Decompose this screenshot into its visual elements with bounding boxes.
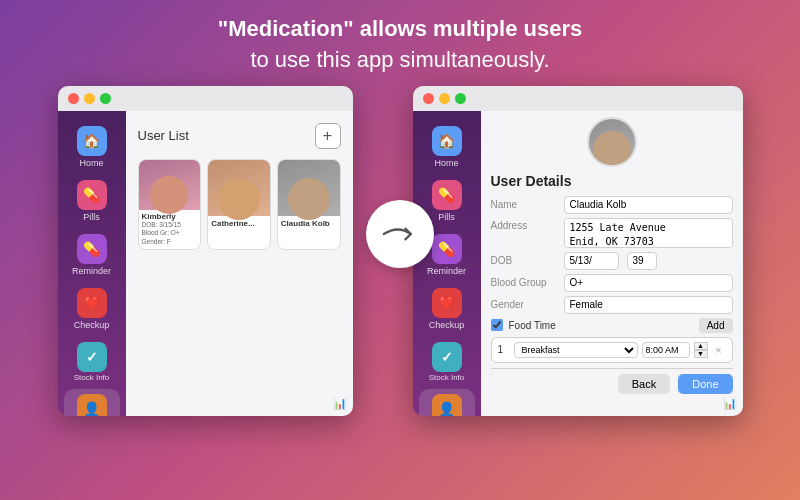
dob-row: DOB — [491, 252, 733, 270]
gender-row: Gender — [491, 296, 733, 314]
arrow-connector — [366, 200, 434, 268]
tl-green[interactable] — [100, 93, 111, 104]
stockinfo-label: Stock Info — [74, 374, 110, 383]
user-card-kimberly[interactable]: Kimberly DOB: 3/15/15Blood Gr: O+Gender:… — [138, 159, 202, 250]
reminder-label: Reminder — [72, 266, 111, 276]
divider — [491, 368, 733, 369]
blood-label: Blood Group — [491, 277, 556, 288]
add-user-button[interactable]: + — [315, 123, 341, 149]
pills-label-right: Pills — [438, 212, 455, 222]
home-label: Home — [79, 158, 103, 168]
stockinfo-icon: ✓ — [77, 342, 107, 372]
user-list-title: User List — [138, 128, 189, 143]
sidebar-item-stockinfo-left[interactable]: ✓ Stock Info — [64, 337, 120, 388]
claudia-name: Claudia Kolb — [281, 219, 337, 228]
checkup-label: Checkup — [74, 320, 110, 330]
meal-type-select[interactable]: Breakfast Lunch Dinner — [514, 342, 638, 358]
screens-container: 🏠 Home 💊 Pills 💊 Reminder ❤️ Checkup ✓ — [0, 86, 800, 416]
address-input[interactable]: 1255 Late Avenue Enid, OK 73703 — [564, 218, 733, 248]
headline-text: "Medication" allows multiple users to us… — [218, 16, 582, 72]
tl-red[interactable] — [68, 93, 79, 104]
catherine-avatar — [208, 160, 270, 216]
user-card-catherine[interactable]: Catherine... — [207, 159, 271, 250]
name-row: Name — [491, 196, 733, 214]
back-button[interactable]: Back — [618, 374, 670, 394]
user-icon-right: 👤 — [432, 394, 462, 415]
done-button[interactable]: Done — [678, 374, 732, 394]
dob-input[interactable] — [564, 252, 619, 270]
home-label-right: Home — [434, 158, 458, 168]
gender-label: Gender — [491, 299, 556, 310]
checkup-icon: ❤️ — [77, 288, 107, 318]
pills-label: Pills — [83, 212, 100, 222]
user-icon-left: 👤 — [77, 394, 107, 415]
home-icon-right: 🏠 — [432, 126, 462, 156]
tl-green-right[interactable] — [455, 93, 466, 104]
headline: "Medication" allows multiple users to us… — [0, 0, 800, 76]
avatar-area — [491, 117, 733, 167]
main-content-left: User List + Kimberly — [126, 111, 353, 416]
pills-icon-right: 💊 — [432, 180, 462, 210]
reminder-icon: 💊 — [77, 234, 107, 264]
stepper-up-button[interactable]: ▲ — [694, 342, 708, 350]
checkup-label-right: Checkup — [429, 320, 465, 330]
name-input[interactable] — [564, 196, 733, 214]
tl-yellow[interactable] — [84, 93, 95, 104]
stockinfo-label-right: Stock Info — [429, 374, 465, 383]
sidebar-item-stockinfo-right[interactable]: ✓ Stock Info — [419, 337, 475, 388]
arrow-right-icon — [382, 223, 418, 245]
reminder-icon-right: 💊 — [432, 234, 462, 264]
blood-row: Blood Group — [491, 274, 733, 292]
details-content: User Details Name Address 1255 Late Aven… — [481, 111, 743, 416]
bar-chart-icon-right: 📊 — [723, 397, 737, 410]
reminder-label-right: Reminder — [427, 266, 466, 276]
sidebar-right: 🏠 Home 💊 Pills 💊 Reminder ❤️ Checkup ✓ — [413, 111, 481, 416]
meal-number: 1 — [498, 344, 510, 355]
right-app-window: 🏠 Home 💊 Pills 💊 Reminder ❤️ Checkup ✓ — [413, 86, 743, 416]
tl-red-right[interactable] — [423, 93, 434, 104]
sidebar-item-pills-left[interactable]: 💊 Pills — [64, 175, 120, 227]
user-list-header: User List + — [138, 123, 341, 149]
avatar — [587, 117, 637, 167]
dob-label: DOB — [491, 255, 556, 266]
sidebar-item-home-right[interactable]: 🏠 Home — [419, 121, 475, 173]
kimberly-info: DOB: 3/15/15Blood Gr: O+Gender: F — [142, 221, 198, 247]
sidebar-item-user-right[interactable]: 👤 User — [419, 389, 475, 415]
window-chrome-right — [413, 86, 743, 111]
claudia-avatar — [278, 160, 340, 216]
bar-chart-icon-left: 📊 — [333, 397, 347, 410]
details-title: User Details — [491, 173, 733, 189]
dob-age-input[interactable] — [627, 252, 657, 270]
home-icon: 🏠 — [77, 126, 107, 156]
sidebar-item-home-left[interactable]: 🏠 Home — [64, 121, 120, 173]
blood-input[interactable] — [564, 274, 733, 292]
right-app-inner: 🏠 Home 💊 Pills 💊 Reminder ❤️ Checkup ✓ — [413, 111, 743, 416]
food-time-add-button[interactable]: Add — [699, 318, 733, 333]
stepper-down-button[interactable]: ▼ — [694, 350, 708, 358]
sidebar-item-checkup-left[interactable]: ❤️ Checkup — [64, 283, 120, 335]
meal-delete-icon[interactable]: × — [712, 344, 726, 356]
sidebar-left: 🏠 Home 💊 Pills 💊 Reminder ❤️ Checkup ✓ — [58, 111, 126, 416]
stockinfo-icon-right: ✓ — [432, 342, 462, 372]
left-app-inner: 🏠 Home 💊 Pills 💊 Reminder ❤️ Checkup ✓ — [58, 111, 353, 416]
sidebar-item-checkup-right[interactable]: ❤️ Checkup — [419, 283, 475, 335]
address-row: Address 1255 Late Avenue Enid, OK 73703 — [491, 218, 733, 248]
checkup-icon-right: ❤️ — [432, 288, 462, 318]
food-time-checkbox[interactable] — [491, 319, 503, 331]
meal-time-input[interactable] — [642, 342, 690, 358]
food-time-label: Food Time — [509, 320, 556, 331]
food-time-row: Food Time Add — [491, 318, 733, 333]
meal-time-stepper: ▲ ▼ — [694, 342, 708, 358]
user-card-claudia[interactable]: Claudia Kolb — [277, 159, 341, 250]
sidebar-item-reminder-left[interactable]: 💊 Reminder — [64, 229, 120, 281]
pills-icon: 💊 — [77, 180, 107, 210]
window-chrome-left — [58, 86, 353, 111]
sidebar-item-user-left[interactable]: 👤 User — [64, 389, 120, 415]
tl-yellow-right[interactable] — [439, 93, 450, 104]
meal-row: 1 Breakfast Lunch Dinner ▲ ▼ × — [491, 337, 733, 363]
name-label: Name — [491, 199, 556, 210]
kimberly-name: Kimberly — [142, 212, 198, 221]
kimberly-avatar — [139, 160, 201, 210]
left-app-window: 🏠 Home 💊 Pills 💊 Reminder ❤️ Checkup ✓ — [58, 86, 353, 416]
gender-input[interactable] — [564, 296, 733, 314]
